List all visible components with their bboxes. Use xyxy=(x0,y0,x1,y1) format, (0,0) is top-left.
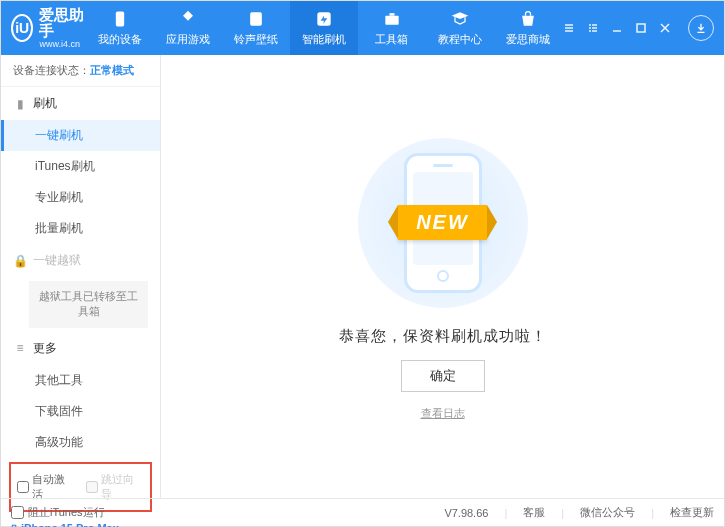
nav-label: 智能刷机 xyxy=(302,32,346,47)
wechat-link[interactable]: 微信公众号 xyxy=(580,505,635,520)
sidebar-item-batch[interactable]: 批量刷机 xyxy=(1,213,160,244)
nav-tutorial[interactable]: 教程中心 xyxy=(426,1,494,55)
close-icon[interactable] xyxy=(658,21,672,35)
svg-rect-1 xyxy=(250,12,262,25)
nav-ringtone[interactable]: 铃声壁纸 xyxy=(222,1,290,55)
svg-rect-3 xyxy=(385,16,398,25)
nav-label: 工具箱 xyxy=(375,32,408,47)
version-label: V7.98.66 xyxy=(444,507,488,519)
connection-status: 设备连接状态：正常模式 xyxy=(1,55,160,87)
app-window: iU 爱思助手 www.i4.cn 我的设备 应用游戏 铃声壁纸 智能刷机 xyxy=(0,0,725,527)
success-illustration: NEW xyxy=(353,133,533,313)
nav-label: 铃声壁纸 xyxy=(234,32,278,47)
nav-store[interactable]: 爱思商城 xyxy=(494,1,562,55)
status-mode: 正常模式 xyxy=(90,64,134,76)
nav-flash[interactable]: 智能刷机 xyxy=(290,1,358,55)
view-log-link[interactable]: 查看日志 xyxy=(421,406,465,421)
status-label: 设备连接状态： xyxy=(13,64,90,76)
sidebar-item-pro[interactable]: 专业刷机 xyxy=(1,182,160,213)
titlebar: iU 爱思助手 www.i4.cn 我的设备 应用游戏 铃声壁纸 智能刷机 xyxy=(1,1,724,55)
group-jailbreak: 🔒 一键越狱 xyxy=(1,244,160,277)
checkbox-input[interactable] xyxy=(17,481,29,493)
main-content: NEW 恭喜您，保资料刷机成功啦！ 确定 查看日志 xyxy=(161,55,724,498)
nav-label: 应用游戏 xyxy=(166,32,210,47)
checkbox-input[interactable] xyxy=(11,506,24,519)
device-icon xyxy=(110,9,130,29)
app-title: 爱思助手 xyxy=(39,7,85,40)
jailbreak-note: 越狱工具已转移至工具箱 xyxy=(29,281,148,328)
minimize-icon[interactable] xyxy=(610,21,624,35)
new-ribbon: NEW xyxy=(398,205,487,240)
update-link[interactable]: 检查更新 xyxy=(670,505,714,520)
nav-label: 爱思商城 xyxy=(506,32,550,47)
body: 设备连接状态：正常模式 ▮ 刷机 一键刷机 iTunes刷机 专业刷机 批量刷机… xyxy=(1,55,724,498)
svg-rect-4 xyxy=(389,13,394,16)
nav-apps[interactable]: 应用游戏 xyxy=(154,1,222,55)
logo-icon: iU xyxy=(11,14,33,42)
sidebar: 设备连接状态：正常模式 ▮ 刷机 一键刷机 iTunes刷机 专业刷机 批量刷机… xyxy=(1,55,161,498)
sidebar-item-download-fw[interactable]: 下载固件 xyxy=(1,396,160,427)
nav-device[interactable]: 我的设备 xyxy=(86,1,154,55)
maximize-icon[interactable] xyxy=(634,21,648,35)
lock-icon: 🔒 xyxy=(13,254,27,268)
nav-toolbox[interactable]: 工具箱 xyxy=(358,1,426,55)
sidebar-item-other-tools[interactable]: 其他工具 xyxy=(1,365,160,396)
logo: iU 爱思助手 www.i4.cn xyxy=(11,7,86,50)
svg-rect-0 xyxy=(115,12,123,27)
success-message: 恭喜您，保资料刷机成功啦！ xyxy=(339,327,547,346)
flash-icon xyxy=(314,9,334,29)
toolbox-icon xyxy=(382,9,402,29)
svg-rect-5 xyxy=(637,24,645,32)
checkbox-label: 阻止iTunes运行 xyxy=(28,505,105,520)
ringtone-icon xyxy=(246,9,266,29)
app-url: www.i4.cn xyxy=(39,40,85,50)
list-icon[interactable] xyxy=(586,21,600,35)
checkbox-input xyxy=(86,481,98,493)
group-label: 更多 xyxy=(33,340,57,357)
group-more[interactable]: ≡ 更多 xyxy=(1,332,160,365)
phone-icon: ▮ xyxy=(13,97,27,111)
apps-icon xyxy=(178,9,198,29)
sidebar-item-advanced[interactable]: 高级功能 xyxy=(1,427,160,458)
ok-button[interactable]: 确定 xyxy=(401,360,485,392)
group-label: 一键越狱 xyxy=(33,252,81,269)
window-controls xyxy=(562,15,725,41)
menu-icon[interactable] xyxy=(562,21,576,35)
more-icon: ≡ xyxy=(13,341,27,355)
top-nav: 我的设备 应用游戏 铃声壁纸 智能刷机 工具箱 教程中心 xyxy=(86,1,562,55)
block-itunes-checkbox[interactable]: 阻止iTunes运行 xyxy=(11,505,105,520)
tutorial-icon xyxy=(450,9,470,29)
download-button[interactable] xyxy=(688,15,714,41)
sidebar-item-itunes[interactable]: iTunes刷机 xyxy=(1,151,160,182)
statusbar: 阻止iTunes运行 V7.98.66 | 客服 | 微信公众号 | 检查更新 xyxy=(1,498,724,526)
nav-label: 教程中心 xyxy=(438,32,482,47)
group-label: 刷机 xyxy=(33,95,57,112)
service-link[interactable]: 客服 xyxy=(523,505,545,520)
sidebar-item-onekey[interactable]: 一键刷机 xyxy=(1,120,160,151)
store-icon xyxy=(518,9,538,29)
group-flash[interactable]: ▮ 刷机 xyxy=(1,87,160,120)
nav-label: 我的设备 xyxy=(98,32,142,47)
